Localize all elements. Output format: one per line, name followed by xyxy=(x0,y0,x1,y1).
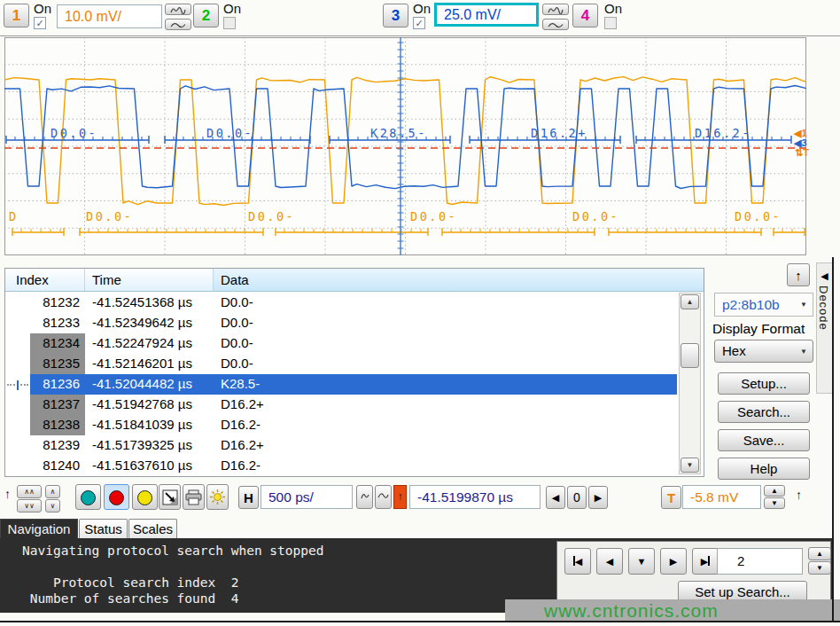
row-gutter xyxy=(5,374,30,395)
reference-point-icon[interactable]: ↑ xyxy=(393,485,407,509)
channel-1-on-checkbox[interactable]: ✓ xyxy=(34,17,46,29)
waveform-display[interactable]: D0.0-D0.0-K28.5-D16.2+D16.2- DD0.0-D0.0-… xyxy=(4,37,806,255)
trigger-level-up-button[interactable]: ▲ xyxy=(764,485,785,497)
channel-3-ground-marker-icon[interactable]: ◀3 xyxy=(794,138,807,147)
zoom-waveform-icon-button[interactable] xyxy=(356,485,373,509)
decode-label: D0.0- xyxy=(86,209,133,223)
channel-1-ground-marker-icon[interactable]: ◀1 xyxy=(794,129,807,137)
current-position-marker-icon xyxy=(7,384,28,386)
channel-3-on-checkbox[interactable]: ✓ xyxy=(413,17,425,29)
search-button[interactable]: Search... xyxy=(718,401,810,423)
column-header-index[interactable]: Index xyxy=(5,269,85,291)
single-button[interactable] xyxy=(132,484,158,510)
horizontal-menu-button[interactable]: H xyxy=(238,486,259,509)
channel-1-sine-icon-button[interactable] xyxy=(165,19,191,30)
horizontal-position-value: -41.5199870 µs xyxy=(417,489,513,505)
scroll-down-icon[interactable]: ▼ xyxy=(681,458,699,473)
channel-1-button[interactable]: 1 xyxy=(4,4,29,27)
channel-2-on-label: On xyxy=(223,1,241,16)
run-icon xyxy=(81,490,96,505)
trigger-level-marker-icon[interactable]: ⇅T xyxy=(795,148,809,157)
scroll-up-icon[interactable]: ▲ xyxy=(681,294,699,309)
first-result-button[interactable]: ◀ xyxy=(564,548,591,575)
save-button[interactable]: Save... xyxy=(718,429,810,451)
stop-button[interactable] xyxy=(104,484,129,510)
decode-side-tab[interactable]: ◀ Decode xyxy=(816,262,833,394)
channel-3-sine-icon-button[interactable] xyxy=(542,19,569,30)
setup-button[interactable]: Setup... xyxy=(718,372,810,395)
step-down-button[interactable]: ∨∨ xyxy=(17,499,42,513)
table-row[interactable]: 81233-41.52349642 µsD0.0- xyxy=(5,313,677,333)
channel-4-on-label: On xyxy=(604,1,622,16)
column-header-time[interactable]: Time xyxy=(85,269,214,291)
scroll-thumb[interactable] xyxy=(681,343,699,368)
channel-4-on-checkbox[interactable]: ✓ xyxy=(604,17,617,29)
table-row[interactable]: 81235-41.52146201 µsD0.0- xyxy=(5,354,677,374)
cell-data: D0.0- xyxy=(214,354,677,374)
arrow-left-icon: ◀ xyxy=(821,270,828,281)
table-row[interactable]: 81234-41.52247924 µsD0.0- xyxy=(5,333,677,354)
help-button[interactable]: Help xyxy=(718,458,810,480)
channel-1-scale-field[interactable]: 10.0 mV/ xyxy=(57,4,162,28)
sine-icon xyxy=(171,23,185,27)
tab-scales[interactable]: Scales xyxy=(128,519,177,539)
table-row[interactable]: 81232-41.52451368 µsD0.0- xyxy=(5,293,677,313)
printer-icon xyxy=(185,489,202,505)
channel-3-button[interactable]: 3 xyxy=(383,4,408,27)
export-icon xyxy=(162,489,178,505)
channel-4-button[interactable]: 4 xyxy=(572,4,598,27)
tab-status[interactable]: Status xyxy=(79,519,128,539)
table-row[interactable]: 81237-41.51942768 µsD16.2+ xyxy=(5,395,677,415)
display-brightness-button[interactable] xyxy=(206,484,229,510)
table-scrollbar[interactable]: ▲ ▼ xyxy=(679,293,701,474)
sine-waveform-icon-button[interactable] xyxy=(375,485,392,509)
channel-1-scale-value: 10.0 mV/ xyxy=(65,9,121,24)
position-zero-button[interactable]: 0 xyxy=(567,486,587,509)
channel-1-on-label: On xyxy=(34,1,51,16)
cell-time: -41.51841039 µs xyxy=(85,415,214,435)
position-left-button[interactable]: ◀ xyxy=(546,486,565,509)
tab-navigation[interactable]: Navigation xyxy=(0,519,78,539)
search-index-up-button[interactable]: ▲ xyxy=(808,547,831,560)
row-gutter xyxy=(5,313,30,333)
channel-1-waveshape-icon-button[interactable] xyxy=(165,4,191,15)
print-button[interactable] xyxy=(183,484,205,510)
trigger-level-down-button[interactable]: ▼ xyxy=(764,497,785,509)
run-button[interactable] xyxy=(75,484,101,510)
display-format-select[interactable]: Hex▼ xyxy=(714,340,813,363)
table-row[interactable]: 81236-41.52044482 µsK28.5- xyxy=(5,374,677,395)
previous-result-button[interactable]: ◀ xyxy=(596,548,623,575)
last-result-button[interactable]: ▶ xyxy=(692,548,719,575)
position-right-button[interactable]: ▶ xyxy=(588,486,608,509)
trigger-level-field[interactable]: -5.8 mV xyxy=(682,485,761,509)
step-up-button[interactable]: ∧∧ xyxy=(17,485,42,498)
channel-2-on-checkbox[interactable]: ✓ xyxy=(223,17,236,29)
channel-3-waveshape-icon-button[interactable] xyxy=(542,4,569,15)
collapse-panel-up-button[interactable]: ↑ xyxy=(787,263,810,286)
export-window-button[interactable] xyxy=(159,484,181,510)
table-rows: 81232-41.52451368 µsD0.0-81233-41.523496… xyxy=(5,293,677,476)
search-index-field[interactable]: 2 xyxy=(717,548,803,575)
next-result-button[interactable]: ▶ xyxy=(660,548,687,575)
column-header-data[interactable]: Data xyxy=(214,269,704,291)
table-row[interactable]: 81238-41.51841039 µsD16.2- xyxy=(5,415,677,435)
timebase-field[interactable]: 500 ps/ xyxy=(261,485,353,509)
cell-index: 81238 xyxy=(30,415,85,435)
search-index-stepper: ▲ ▼ xyxy=(808,547,831,575)
fine-up-button[interactable]: ∧ xyxy=(45,485,60,498)
table-row[interactable]: 81239-41.51739325 µsD16.2+ xyxy=(5,435,677,456)
decode-listing-table: Index Time Data 81232-41.52451368 µsD0.0… xyxy=(4,268,704,477)
search-navigation-panel: ◀ ◀ ▼ ▶ ▶ 2 ▲ ▼ Set up Search... xyxy=(556,541,831,606)
table-row[interactable]: 81240-41.51637610 µsD16.2- xyxy=(5,456,677,476)
cell-time: -41.52247924 µs xyxy=(85,333,214,354)
horizontal-position-field[interactable]: -41.5199870 µs xyxy=(409,485,541,509)
search-index-down-button[interactable]: ▼ xyxy=(808,561,831,575)
decode-bus-select[interactable]: p2:8b10b▼ xyxy=(714,293,813,317)
channel-2-button[interactable]: 2 xyxy=(193,4,219,27)
cell-index: 81240 xyxy=(30,456,85,476)
fine-down-button[interactable]: ∨ xyxy=(45,499,60,513)
current-result-button[interactable]: ▼ xyxy=(628,548,655,575)
trigger-menu-button[interactable]: T xyxy=(661,486,681,509)
channel-3-scale-field[interactable]: 25.0 mV/ xyxy=(434,3,539,27)
cell-index: 81237 xyxy=(30,395,85,415)
